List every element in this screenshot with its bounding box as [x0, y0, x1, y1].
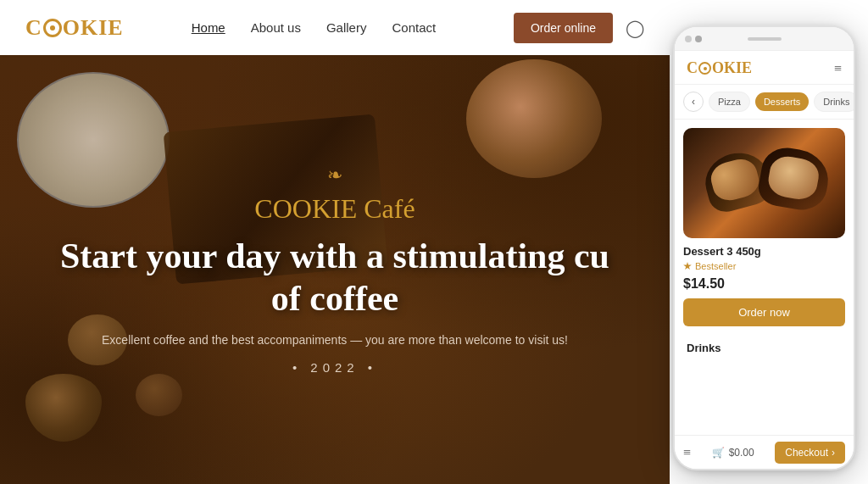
coffee-cup-decoration: [466, 59, 602, 178]
logo-circle-icon: [43, 19, 62, 37]
product-image: [683, 128, 845, 238]
nav-item-about[interactable]: About us: [251, 20, 301, 35]
desktop-logo: COKIE: [25, 15, 124, 41]
phone-checkout-button[interactable]: Checkout ›: [775, 442, 845, 464]
checkout-arrow-icon: ›: [832, 447, 835, 459]
cart-icon: 🛒: [712, 447, 725, 459]
cart-amount: $0.00: [729, 447, 754, 459]
hero-content: ❧ COOKIE Café Start your day with a stim…: [26, 164, 643, 376]
mobile-phone-mockup: COKIE ≡ ‹ Pizza Desserts Drinks Dessert …: [673, 25, 855, 470]
drinks-section-label: Drinks: [675, 335, 854, 358]
phone-product-card: Dessert 3 450g Bestseller $14.50 Order n…: [675, 120, 854, 335]
nav-item-gallery[interactable]: Gallery: [326, 20, 367, 35]
product-order-button[interactable]: Order now: [683, 298, 845, 326]
bestseller-star-icon: [683, 262, 692, 270]
notch-dot-1: [685, 36, 692, 42]
cake-roll-illustration: [697, 145, 832, 221]
bestseller-badge: Bestseller: [683, 261, 845, 271]
phone-logo: COKIE: [687, 59, 752, 77]
phone-bottom-bar: ≡ 🛒 $0.00 Checkout ›: [675, 435, 854, 469]
category-drinks-button[interactable]: Drinks: [814, 92, 855, 112]
leaf-icon: ❧: [60, 164, 609, 186]
order-online-button[interactable]: Order online: [514, 13, 613, 43]
nav-item-contact[interactable]: Contact: [392, 20, 436, 35]
walnut-decoration-3: [136, 374, 182, 416]
phone-header: COKIE ≡: [675, 51, 854, 85]
hero-year: • 2022 •: [60, 360, 609, 375]
checkout-label: Checkout: [785, 447, 828, 459]
hero-title-white: Start your day with a stimulating cuof c…: [60, 235, 609, 320]
product-name: Dessert 3 450g: [683, 245, 845, 258]
categories-back-button[interactable]: ‹: [683, 92, 704, 112]
user-icon[interactable]: ◯: [626, 18, 644, 38]
desktop-website: COKIE Home About us Gallery Contact Orde…: [0, 0, 670, 484]
phone-notch-dots: [685, 36, 702, 42]
desktop-nav: Home About us Gallery Contact: [192, 20, 497, 35]
category-desserts-button[interactable]: Desserts: [755, 92, 809, 111]
hero-section: ❧ COOKIE Café Start your day with a stim…: [0, 55, 670, 484]
cake-piece-2: [755, 144, 832, 214]
phone-logo-circle-icon: [698, 62, 711, 75]
hero-subtitle: Excellent coffee and the best accompanim…: [60, 333, 609, 347]
bestseller-label: Bestseller: [695, 261, 736, 271]
phone-hamburger-icon[interactable]: ≡: [834, 61, 842, 76]
nav-item-home[interactable]: Home: [192, 20, 225, 35]
phone-status-bar: [675, 27, 854, 51]
desktop-header: COKIE Home About us Gallery Contact Orde…: [0, 0, 670, 55]
category-pizza-button[interactable]: Pizza: [709, 92, 750, 112]
phone-categories: ‹ Pizza Desserts Drinks: [675, 85, 854, 120]
phone-cart[interactable]: 🛒 $0.00: [712, 447, 754, 459]
hero-title-gold: COOKIE Café: [60, 193, 609, 225]
phone-bottom-menu-icon[interactable]: ≡: [683, 445, 691, 460]
notch-dot-2: [695, 36, 702, 42]
phone-speaker: [748, 37, 782, 41]
product-price: $14.50: [683, 276, 845, 292]
